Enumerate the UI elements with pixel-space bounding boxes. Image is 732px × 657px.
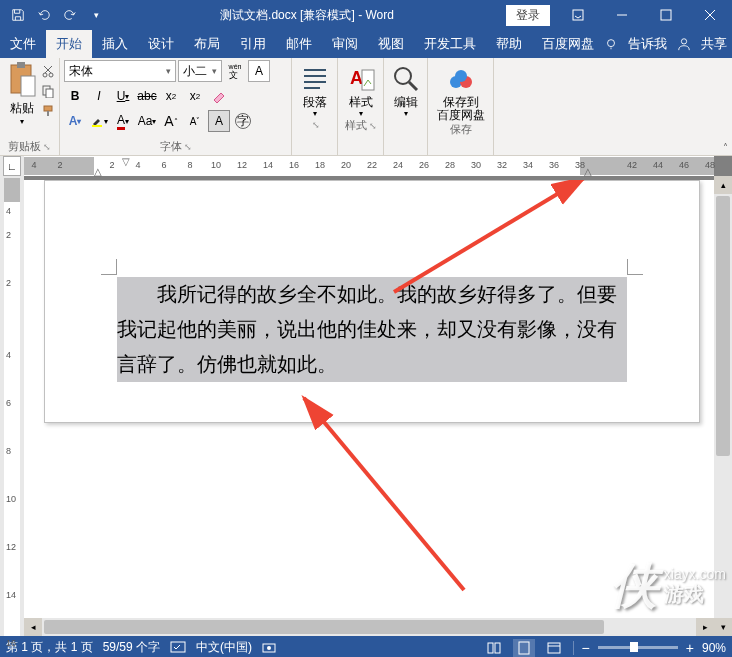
scroll-up-icon[interactable]: ▴ [714,176,732,194]
tab-references[interactable]: 引用 [230,30,276,58]
redo-icon[interactable] [58,3,82,27]
share-button[interactable]: 共享 [695,35,732,53]
char-border-icon[interactable]: A [248,60,270,82]
ribbon-options-icon[interactable] [556,0,600,30]
ruler-tick: 18 [315,160,325,170]
spellcheck-icon[interactable] [170,641,186,655]
tab-layout[interactable]: 布局 [184,30,230,58]
scrollbar-thumb-v[interactable] [716,196,730,456]
tab-file[interactable]: 文件 [0,30,46,58]
zoom-percent[interactable]: 90% [702,641,726,655]
styles-launcher-icon[interactable]: ⤡ [369,121,377,131]
zoom-slider-thumb[interactable] [630,642,638,652]
qat-customize-icon[interactable]: ▾ [84,3,108,27]
ruler-tick: 12 [6,542,16,552]
tab-baidu[interactable]: 百度网盘 [532,30,604,58]
zoom-slider[interactable] [598,646,678,649]
para-launcher-icon[interactable]: ⤡ [312,120,320,130]
zoom-in-button[interactable]: + [686,640,694,656]
scroll-right-icon[interactable]: ▸ [696,618,714,636]
underline-button[interactable]: U▾ [112,85,134,107]
minimize-icon[interactable] [600,0,644,30]
undo-icon[interactable] [32,3,56,27]
ruler-tick: 10 [6,494,16,504]
horizontal-ruler[interactable]: ▽ △ △ 4224681012141618202224262830323436… [24,156,714,176]
paragraph-group: 段落 ▾ ⤡ [292,58,338,155]
save-baidu-button[interactable]: 保存到 百度网盘 [437,60,485,122]
close-icon[interactable] [688,0,732,30]
char-shading-icon[interactable]: Aa▾ [136,110,158,132]
tab-insert[interactable]: 插入 [92,30,138,58]
tab-mail[interactable]: 邮件 [276,30,322,58]
tab-selector-icon[interactable]: ∟ [3,156,21,176]
svg-point-35 [267,646,271,650]
scroll-left-icon[interactable]: ◂ [24,618,42,636]
highlight-icon[interactable]: ▾ [88,110,110,132]
styles-button[interactable]: A 样式 ▾ [346,60,376,118]
clipboard-launcher-icon[interactable]: ⤡ [43,142,51,152]
cut-icon[interactable] [39,62,57,80]
font-color-icon[interactable]: A▾ [112,110,134,132]
text-effects-icon[interactable]: A▾ [64,110,86,132]
ruler-tick: 10 [211,160,221,170]
paste-dropdown-icon[interactable]: ▾ [20,117,24,126]
italic-button[interactable]: I [88,85,110,107]
paragraph-button[interactable]: 段落 ▾ [300,60,330,118]
svg-point-7 [681,39,686,44]
circle-char-icon[interactable]: 字 [232,110,254,132]
superscript-button[interactable]: x2 [184,85,206,107]
tab-design[interactable]: 设计 [138,30,184,58]
web-layout-icon[interactable] [543,639,565,657]
save-icon[interactable] [6,3,30,27]
horizontal-scrollbar[interactable]: ◂ ▸ [24,618,714,636]
ruler-tick: 32 [497,160,507,170]
svg-point-12 [49,73,53,77]
scrollbar-thumb-h[interactable] [44,620,604,634]
svg-point-26 [395,68,411,84]
editing-button[interactable]: 编辑 ▾ [391,60,421,118]
login-button[interactable]: 登录 [506,5,550,26]
tab-review[interactable]: 审阅 [322,30,368,58]
tab-view[interactable]: 视图 [368,30,414,58]
strikethrough-button[interactable]: abc [136,85,158,107]
word-count[interactable]: 59/59 个字 [103,639,160,656]
format-painter-icon[interactable] [39,102,57,120]
maximize-icon[interactable] [644,0,688,30]
clear-format-icon[interactable] [208,85,230,107]
font-size-combo[interactable]: 小二▾ [178,60,222,82]
subscript-button[interactable]: x2 [160,85,182,107]
language-indicator[interactable]: 中文(中国) [196,639,252,656]
grow-font-icon[interactable]: A˄ [160,110,182,132]
svg-rect-10 [21,76,35,96]
phonetic-guide-icon[interactable]: wén文 [224,60,246,82]
ruler-tick: 8 [6,446,11,456]
paste-button[interactable]: 粘贴 ▾ [4,60,39,139]
ribbon: 粘贴 ▾ 剪贴板⤡ 宋体▾ 小二▾ wén文 A B I U▾ abc [0,58,732,156]
page-indicator[interactable]: 第 1 页，共 1 页 [6,639,93,656]
tellme-button[interactable]: 告诉我 [622,35,673,53]
copy-icon[interactable] [39,82,57,100]
hanging-indent-icon[interactable]: △ [94,166,102,177]
collapse-ribbon-icon[interactable]: ˄ [723,142,728,153]
ruler-tick: 2 [109,160,114,170]
read-mode-icon[interactable] [483,639,505,657]
shrink-font-icon[interactable]: A˅ [184,110,206,132]
zoom-out-button[interactable]: − [582,640,590,656]
tab-help[interactable]: 帮助 [486,30,532,58]
ruler-tick: 28 [445,160,455,170]
enclose-char-icon[interactable]: A [208,110,230,132]
tab-home[interactable]: 开始 [46,30,92,58]
print-layout-icon[interactable] [513,639,535,657]
tab-dev[interactable]: 开发工具 [414,30,486,58]
bold-button[interactable]: B [64,85,86,107]
window-controls [556,0,732,30]
font-name-combo[interactable]: 宋体▾ [64,60,176,82]
right-indent-icon[interactable]: △ [584,166,592,177]
svg-line-27 [409,82,417,90]
macro-rec-icon[interactable] [262,641,276,655]
first-line-indent-icon[interactable]: ▽ [122,156,130,167]
font-launcher-icon[interactable]: ⤡ [184,142,192,152]
scroll-down-icon[interactable]: ▾ [714,618,732,636]
body-paragraph[interactable]: 我所记得的故乡全不如此。我的故乡好得多了。但要我记起他的美丽，说出他的佳处来，却… [117,277,627,382]
ruler-tick: 38 [575,160,585,170]
